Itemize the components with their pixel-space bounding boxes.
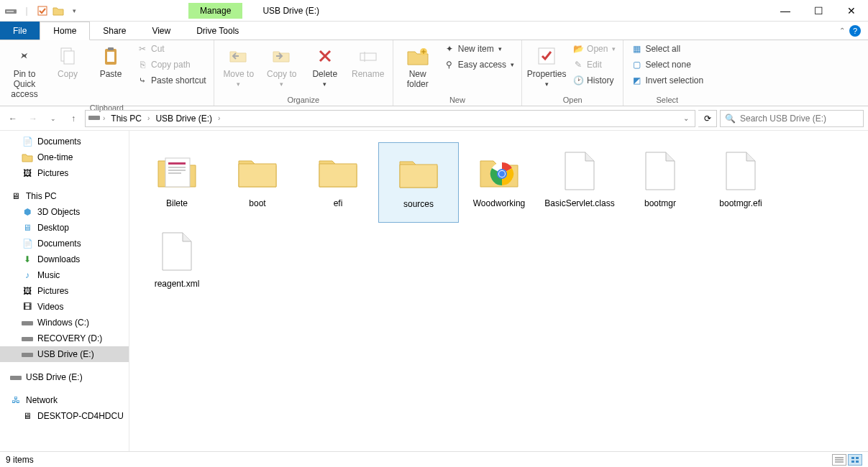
nav-documents[interactable]: 📄Documents xyxy=(0,134,129,149)
new-item-button[interactable]: ✦New item▾ xyxy=(441,42,517,56)
downloads-icon: ⬇ xyxy=(22,254,33,265)
easy-access-icon: ⚲ xyxy=(444,59,455,70)
tab-share[interactable]: Share xyxy=(90,22,139,40)
pin-to-quick-access-button[interactable]: Pin to Quick access xyxy=(4,42,45,102)
file-item[interactable]: sources xyxy=(378,142,459,223)
usb-icon xyxy=(10,371,22,383)
open-button[interactable]: 📂Open▾ xyxy=(570,42,618,56)
file-item[interactable]: bootmgr xyxy=(620,142,700,223)
file-item[interactable]: bootmgr.efi xyxy=(700,142,781,223)
tab-file[interactable]: File xyxy=(0,22,40,40)
nav-one-time[interactable]: One-time xyxy=(0,149,129,165)
nav-desktop[interactable]: 🖥Desktop xyxy=(0,220,129,236)
paste-shortcut-label: Paste shortcut xyxy=(151,75,206,85)
new-group-label: New xyxy=(398,94,517,106)
details-view-toggle[interactable] xyxy=(832,454,846,466)
search-box[interactable]: 🔍 xyxy=(720,110,864,127)
crumb-this-pc[interactable]: This PC xyxy=(108,114,145,124)
edit-icon: ✎ xyxy=(572,59,584,70)
content-pane[interactable]: BiletebootefisourcesWoodworkingBasicServ… xyxy=(129,131,868,451)
nav-this-pc[interactable]: 🖥This PC xyxy=(0,188,129,204)
history-button[interactable]: 🕑History xyxy=(570,73,618,88)
3d-objects-icon: ⬢ xyxy=(22,206,33,218)
maximize-button[interactable]: ☐ xyxy=(802,0,835,22)
select-all-button[interactable]: ▦Select all xyxy=(628,42,706,56)
nav-music[interactable]: ♪Music xyxy=(0,267,129,283)
nav-usb-e-2[interactable]: USB Drive (E:) xyxy=(0,369,129,385)
help-icon[interactable]: ? xyxy=(849,25,861,37)
manage-context-tab[interactable]: Manage xyxy=(188,3,242,19)
tab-home[interactable]: Home xyxy=(40,22,90,40)
pictures-icon: 🖼 xyxy=(22,167,33,179)
copy-button[interactable]: Copy xyxy=(47,42,88,82)
recent-dropdown[interactable]: ⌄ xyxy=(45,110,62,127)
rename-button[interactable]: Rename xyxy=(348,42,388,82)
nav-network[interactable]: 🖧Network xyxy=(0,392,129,408)
cut-button[interactable]: ✂Cut xyxy=(134,42,209,56)
nav-3d-objects[interactable]: ⬢3D Objects xyxy=(0,204,129,220)
file-icon xyxy=(152,227,201,276)
crumb-usb-drive[interactable]: USB Drive (E:) xyxy=(152,114,215,124)
folder-small-icon[interactable] xyxy=(52,4,65,17)
tab-drive-tools[interactable]: Drive Tools xyxy=(183,22,252,40)
drive-crumb-icon xyxy=(88,113,100,124)
nav-pictures-2[interactable]: 🖼Pictures xyxy=(0,283,129,299)
qat-dropdown-icon[interactable]: ▾ xyxy=(68,4,81,17)
new-folder-button[interactable]: New folder xyxy=(398,42,438,92)
crumb-sep-icon[interactable]: › xyxy=(146,114,151,122)
paste-button[interactable]: Paste xyxy=(91,42,131,82)
refresh-button[interactable]: ⟳ xyxy=(698,110,717,127)
copy-to-button[interactable]: Copy to▾ xyxy=(262,42,302,91)
back-button[interactable]: ← xyxy=(4,110,22,127)
tabbar-right: ⌃ ? xyxy=(839,22,868,40)
svg-rect-31 xyxy=(851,461,854,463)
easy-access-button[interactable]: ⚲Easy access▾ xyxy=(441,57,517,72)
address-dropdown-icon[interactable]: ⌄ xyxy=(680,114,692,122)
navigation-pane[interactable]: 📄Documents One-time 🖼Pictures 🖥This PC ⬢… xyxy=(0,131,129,451)
nav-windows-c[interactable]: Windows (C:) xyxy=(0,315,129,330)
item-count: 9 items xyxy=(6,455,34,465)
nav-downloads[interactable]: ⬇Downloads xyxy=(0,251,129,267)
nav-pictures[interactable]: 🖼Pictures xyxy=(0,165,129,181)
nav-recovery-d[interactable]: RECOVERY (D:) xyxy=(0,330,129,346)
paste-shortcut-icon: ⤷ xyxy=(137,75,148,86)
crumb-sep-icon[interactable]: › xyxy=(101,114,106,122)
crumb-sep-icon[interactable]: › xyxy=(216,114,221,122)
paste-shortcut-button[interactable]: ⤷Paste shortcut xyxy=(134,73,209,88)
svg-rect-8 xyxy=(360,53,376,60)
network-icon: 🖧 xyxy=(10,394,22,406)
up-button[interactable]: ↑ xyxy=(65,110,82,127)
file-item[interactable]: boot xyxy=(217,142,298,223)
file-item[interactable]: Woodworking xyxy=(459,142,539,223)
file-item[interactable]: Bilete xyxy=(137,142,217,223)
minimize-button[interactable]: — xyxy=(769,0,802,22)
edit-button[interactable]: ✎Edit xyxy=(570,57,618,72)
checkbox-small-icon[interactable] xyxy=(36,4,49,17)
file-item[interactable]: efi xyxy=(298,142,378,223)
nav-usb-e[interactable]: USB Drive (E:) xyxy=(0,346,129,362)
disk-icon xyxy=(22,333,33,344)
ribbon-collapse-icon[interactable]: ⌃ xyxy=(839,27,845,34)
copy-path-button[interactable]: ⎘Copy path xyxy=(134,57,209,72)
search-input[interactable] xyxy=(740,114,859,124)
move-to-button[interactable]: Move to▾ xyxy=(219,42,259,91)
tab-view[interactable]: View xyxy=(139,22,183,40)
file-icon xyxy=(636,147,685,195)
nav-documents-2[interactable]: 📄Documents xyxy=(0,236,129,251)
document-icon: 📄 xyxy=(22,238,33,249)
nav-videos[interactable]: 🎞Videos xyxy=(0,299,129,315)
close-button[interactable]: ✕ xyxy=(835,0,868,22)
svg-rect-15 xyxy=(22,353,33,357)
properties-button[interactable]: Properties▾ xyxy=(526,42,567,91)
address-bar[interactable]: › This PC › USB Drive (E:) › ⌄ xyxy=(85,110,695,127)
nav-desktop-pc[interactable]: 🖥DESKTOP-CD4HDCU xyxy=(0,408,129,424)
select-none-button[interactable]: ▢Select none xyxy=(628,57,706,72)
svg-rect-20 xyxy=(168,170,186,171)
forward-button[interactable]: → xyxy=(24,110,42,127)
large-icons-view-toggle[interactable] xyxy=(848,454,862,466)
invert-selection-button[interactable]: ◩Invert selection xyxy=(628,73,706,88)
file-item[interactable]: BasicServlet.class xyxy=(539,142,620,223)
history-label: History xyxy=(587,75,613,85)
file-item[interactable]: reagent.xml xyxy=(137,223,217,303)
delete-button[interactable]: Delete▾ xyxy=(305,42,345,91)
